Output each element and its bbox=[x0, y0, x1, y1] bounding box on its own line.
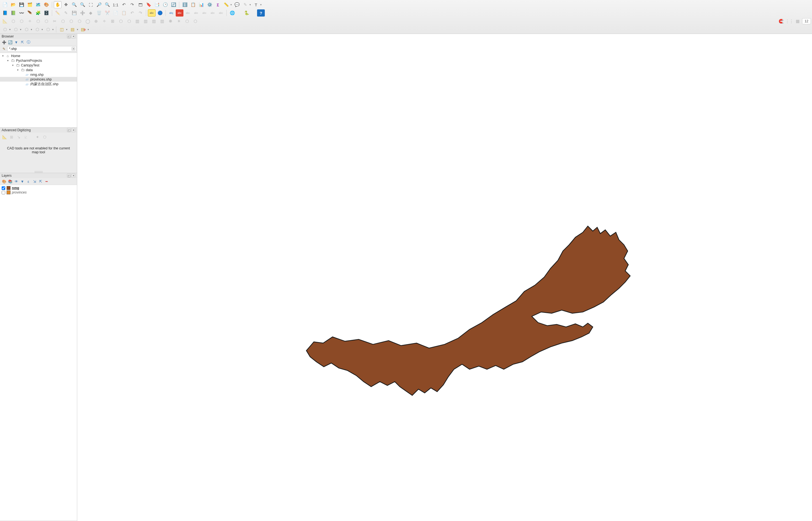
pan-tool-button[interactable]: ✋ bbox=[54, 1, 62, 8]
select-features-button[interactable]: ◫ bbox=[58, 26, 66, 33]
digitize-tool-13[interactable]: ✧ bbox=[101, 18, 108, 25]
layer-row-provinces[interactable]: provinces bbox=[1, 190, 76, 195]
diagram-button[interactable]: 🔵 bbox=[156, 9, 164, 17]
style-manager-button[interactable]: 🎨 bbox=[42, 1, 50, 8]
undo-button[interactable]: ↶ bbox=[128, 9, 136, 17]
annotation-dropdown-caret-icon[interactable]: ▼ bbox=[249, 1, 251, 8]
caret-icon[interactable]: ▼ bbox=[19, 26, 22, 33]
new-bookmark-button[interactable]: 🔖 bbox=[145, 1, 153, 8]
delete-selected-button[interactable]: 🗑️ bbox=[95, 9, 103, 17]
digitize-tool-7[interactable]: ✂ bbox=[51, 18, 59, 25]
temporal-controller-button[interactable]: 🕒 bbox=[161, 1, 169, 8]
caret-icon[interactable]: ▼ bbox=[8, 26, 11, 33]
toolbox-button[interactable]: ⚙️ bbox=[206, 1, 214, 8]
digitize-tool-17[interactable]: ▥ bbox=[133, 18, 141, 25]
label-tool-2[interactable]: abc bbox=[192, 9, 200, 17]
caret-icon[interactable]: ▼ bbox=[41, 26, 44, 33]
new-map-view-button[interactable]: 🗔 bbox=[136, 1, 144, 8]
snapping-toggle-button[interactable]: 🧲 bbox=[777, 18, 785, 25]
panel-resize-handle[interactable] bbox=[0, 171, 77, 173]
remove-layer-icon[interactable]: ━ bbox=[44, 179, 49, 184]
label-pin-button[interactable]: abc bbox=[176, 9, 183, 17]
expander-icon[interactable]: ▾ bbox=[6, 59, 9, 62]
undock-panel-icon[interactable]: ◰ bbox=[67, 128, 71, 132]
cut-features-button[interactable]: ✂️ bbox=[104, 9, 111, 17]
copy-features-button[interactable]: 📄 bbox=[112, 9, 119, 17]
digitize-tool-1[interactable]: 📐 bbox=[1, 18, 9, 25]
show-layout-manager-button[interactable]: 🗺️ bbox=[34, 1, 42, 8]
new-shapefile-button[interactable]: 〰️ bbox=[18, 9, 25, 17]
new-spatialite-button[interactable]: 🪶 bbox=[26, 9, 34, 17]
toggle-editing-button[interactable]: ✏️ bbox=[54, 9, 62, 17]
identify-button[interactable]: ℹ️ bbox=[181, 1, 189, 8]
digitize-tool-24[interactable]: ⬡ bbox=[192, 18, 199, 25]
open-project-button[interactable]: 📂 bbox=[9, 1, 17, 8]
digitize-tool-10[interactable]: ⬡ bbox=[75, 18, 83, 25]
layer-visibility-checkbox[interactable] bbox=[2, 191, 5, 194]
help-button[interactable]: ? bbox=[257, 9, 265, 17]
label-tool-3[interactable]: abc bbox=[200, 9, 208, 17]
caret-icon[interactable]: ▼ bbox=[30, 26, 33, 33]
tree-folder-3[interactable]: ▾ 🗀 data bbox=[0, 68, 77, 72]
filter-icon[interactable]: ▼ bbox=[14, 40, 19, 45]
tree-folder-1[interactable]: ▾ 🗀 PycharmProjects bbox=[0, 58, 77, 63]
digitize-tool-20[interactable]: ▥ bbox=[158, 18, 166, 25]
add-layer-icon[interactable]: ➕ bbox=[2, 40, 7, 45]
select-tool-5[interactable]: ⬡ bbox=[44, 26, 52, 33]
close-panel-icon[interactable]: ✕ bbox=[71, 174, 75, 178]
properties-icon[interactable]: ⓘ bbox=[26, 40, 31, 45]
undock-panel-icon[interactable]: ◰ bbox=[67, 174, 71, 178]
digitize-tool-16[interactable]: ⬡ bbox=[125, 18, 133, 25]
field-calculator-button[interactable]: 📊 bbox=[197, 1, 205, 8]
statistics-button[interactable]: Σ bbox=[214, 1, 222, 8]
caret-icon[interactable]: ▼ bbox=[87, 26, 90, 33]
digitize-tool-9[interactable]: ⬡ bbox=[67, 18, 75, 25]
label-manage-button[interactable]: abç bbox=[168, 9, 175, 17]
pan-to-selection-button[interactable]: ✥ bbox=[62, 1, 70, 8]
new-project-button[interactable]: 📄 bbox=[1, 1, 9, 8]
select-tool-2[interactable]: ⬡ bbox=[12, 26, 20, 33]
python-console-button[interactable]: 🐍 bbox=[243, 9, 250, 17]
text-annotation-button[interactable]: T bbox=[252, 1, 260, 8]
tree-leaf-1[interactable]: ▱ provinces.shp bbox=[0, 77, 77, 82]
refresh-icon[interactable]: 🔄 bbox=[8, 40, 13, 45]
tree-folder-2[interactable]: ▾ 🗀 CartopyTest bbox=[0, 63, 77, 68]
layer-styling-icon[interactable]: 🎨 bbox=[2, 179, 7, 184]
tree-home[interactable]: ▾ ⌂ Home bbox=[0, 53, 77, 58]
snapping-type-button[interactable]: ▦ bbox=[794, 18, 802, 25]
measure-button[interactable]: 📏 bbox=[222, 1, 230, 8]
label-button-1[interactable]: abc bbox=[148, 9, 156, 17]
digitize-tool-6[interactable]: ⬡ bbox=[42, 18, 50, 25]
refresh-button[interactable]: 🔄 bbox=[170, 1, 177, 8]
layers-list[interactable]: nmg provinces bbox=[0, 185, 77, 521]
new-geopackage-button[interactable]: 📗 bbox=[9, 9, 17, 17]
text-annotation-dropdown-caret-icon[interactable]: ▼ bbox=[260, 1, 262, 8]
add-group-icon[interactable]: 📚 bbox=[8, 179, 13, 184]
manage-visibility-icon[interactable]: 👁 bbox=[14, 179, 19, 184]
caret-icon[interactable]: ▼ bbox=[65, 26, 68, 33]
close-panel-icon[interactable]: ✕ bbox=[71, 128, 75, 132]
current-edits-button[interactable]: ✎ bbox=[62, 9, 70, 17]
expander-icon[interactable]: ▾ bbox=[11, 64, 14, 67]
expander-icon[interactable]: ▾ bbox=[1, 54, 4, 57]
expand-all-icon[interactable]: ⇲ bbox=[32, 179, 37, 184]
digitize-tool-8[interactable]: ⬡ bbox=[59, 18, 67, 25]
digitize-tool-22[interactable]: ☀ bbox=[175, 18, 182, 25]
collapse-all-icon[interactable]: ⇱ bbox=[20, 40, 25, 45]
expander-icon[interactable]: ▾ bbox=[16, 68, 19, 71]
layer-visibility-checkbox[interactable] bbox=[2, 186, 5, 190]
select-tool-3[interactable]: ⬡ bbox=[23, 26, 30, 33]
map-canvas[interactable] bbox=[77, 34, 812, 521]
new-memory-layer-button[interactable]: 🧩 bbox=[34, 9, 42, 17]
snapping-tolerance-input[interactable] bbox=[802, 18, 811, 24]
open-attribute-table-button[interactable]: 📋 bbox=[189, 1, 197, 8]
caret-icon[interactable]: ▼ bbox=[76, 26, 79, 33]
map-tips-button[interactable]: 💬 bbox=[233, 1, 241, 8]
deselect-button[interactable]: ▤⊘ bbox=[80, 26, 87, 33]
measure-dropdown-caret-icon[interactable]: ▼ bbox=[230, 1, 233, 8]
digitize-tool-14[interactable]: ⊞ bbox=[109, 18, 116, 25]
digitize-tool-18[interactable]: ▥ bbox=[142, 18, 150, 25]
annotation-button[interactable]: ✎ bbox=[241, 1, 249, 8]
label-tool-1[interactable]: abc bbox=[184, 9, 192, 17]
add-feature-button[interactable]: ➕ bbox=[79, 9, 86, 17]
